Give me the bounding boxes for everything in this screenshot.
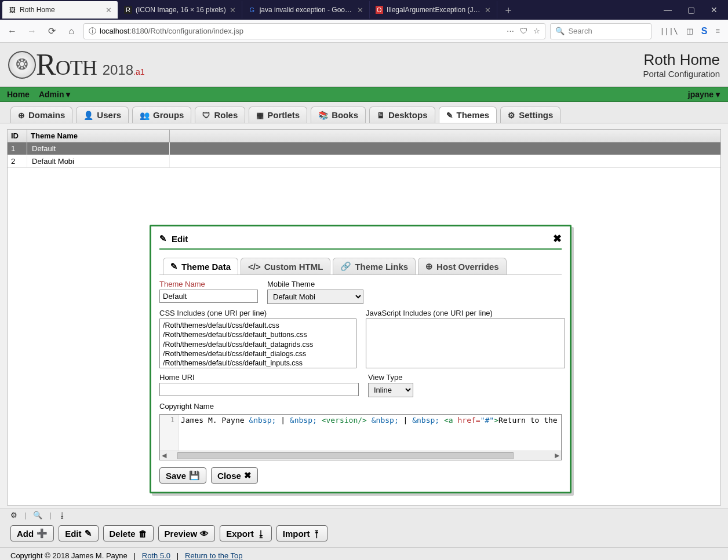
shield-icon: 🛡 (202, 111, 210, 120)
tab-label: Roles (214, 110, 238, 120)
sidebar-icon[interactable]: ◫ (686, 27, 693, 35)
tab-label: Users (97, 110, 121, 120)
close-icon[interactable]: ✕ (485, 6, 491, 14)
home-uri-input[interactable] (159, 383, 359, 396)
search-input[interactable]: 🔍 Search (550, 23, 651, 39)
tab-settings[interactable]: ⚙Settings (500, 107, 560, 123)
close-icon: ✖ (244, 470, 252, 481)
close-icon[interactable]: ✕ (357, 6, 363, 14)
book-icon: 📚 (318, 111, 328, 120)
preview-button[interactable]: Preview👁 (158, 525, 216, 541)
btn-label: Add (17, 529, 34, 539)
browser-tab-1[interactable]: R (ICON Image, 16 × 16 pixels) ✕ (118, 1, 242, 19)
search-icon[interactable]: 🔍 (33, 511, 42, 519)
eye-icon: 👁 (200, 529, 209, 539)
copyright-code-editor[interactable]: 1 James M. Payne &nbsp; | &nbsp; <versio… (159, 414, 562, 460)
code-line[interactable]: James M. Payne &nbsp; | &nbsp; <version/… (179, 415, 560, 451)
dialog-close-button[interactable]: ✖ (553, 232, 562, 245)
code-icon: </> (248, 262, 261, 272)
minimize-button[interactable]: — (656, 0, 679, 20)
info-icon[interactable]: ⓘ (89, 26, 96, 36)
footer-link-top[interactable]: Return to the Top (185, 551, 243, 560)
label-theme-name: Theme Name (159, 280, 258, 288)
tab-domains[interactable]: ⊕Domains (10, 107, 72, 123)
label-js-includes: JavaScript Includes (one URI per line) (366, 309, 565, 317)
table-row[interactable]: 2 Default Mobi (8, 155, 720, 168)
dtab-label: Custom HTML (264, 262, 323, 272)
home-button[interactable]: ⌂ (64, 24, 79, 39)
close-window-button[interactable]: ✕ (702, 0, 726, 20)
forward-button[interactable]: → (24, 24, 39, 39)
more-icon[interactable]: ⋯ (507, 27, 514, 35)
menu-icon[interactable]: ≡ (715, 27, 720, 35)
footer-link-roth[interactable]: Roth 5.0 (142, 551, 170, 560)
url-path: :8180/Roth/configuration/index.jsp (129, 27, 243, 35)
dtab-theme-data[interactable]: ✎Theme Data (163, 258, 238, 274)
menu-admin[interactable]: Admin ▾ (35, 89, 74, 100)
download-icon[interactable]: ⭳ (59, 511, 66, 519)
close-icon[interactable]: ✕ (230, 6, 236, 14)
tab-books[interactable]: 📚Books (311, 107, 366, 123)
scroll-right-icon[interactable]: ▶ (553, 452, 561, 459)
url-bar[interactable]: ⓘ localhost:8180/Roth/configuration/inde… (83, 23, 545, 39)
dtab-theme-links[interactable]: 🔗Theme Links (333, 258, 416, 274)
tab-groups[interactable]: 👥Groups (132, 107, 191, 123)
search-placeholder: Search (568, 27, 592, 35)
close-button[interactable]: Close✖ (211, 467, 258, 484)
mobile-theme-select[interactable]: Default Mobi (267, 290, 363, 304)
back-button[interactable]: ← (5, 24, 20, 39)
menu-user[interactable]: jpayne ▾ (685, 89, 725, 100)
favicon-icon: R (124, 6, 132, 14)
label-copyright: Copyright Name (159, 402, 562, 411)
brand-year: 2018 (103, 62, 133, 78)
logo-medallion-icon: ❂ (8, 51, 36, 79)
add-button[interactable]: Add➕ (10, 525, 54, 541)
link-icon: 🔗 (340, 261, 351, 272)
col-name-header[interactable]: Theme Name (27, 130, 170, 142)
account-icon[interactable]: S (701, 26, 708, 36)
browser-tab-0[interactable]: 🖼 Roth Home ✕ (2, 1, 118, 19)
tab-desktops[interactable]: 🖥Desktops (369, 107, 435, 123)
import-button[interactable]: Import⭱ (276, 525, 328, 541)
dtab-host-overrides[interactable]: ⊕Host Overrides (418, 258, 507, 274)
download-icon: ⭳ (257, 529, 265, 539)
action-bar: Add➕ Edit✎ Delete🗑 Preview👁 Export⭳ Impo… (0, 522, 728, 547)
reload-button[interactable]: ⟳ (44, 24, 59, 39)
cell-id: 1 (8, 142, 27, 155)
cell-name: Default Mobi (27, 155, 170, 167)
new-tab-button[interactable]: ＋ (497, 3, 519, 17)
tab-portlets[interactable]: ▦Portlets (249, 107, 307, 123)
page-subtitle: Portal Configuration (643, 69, 720, 79)
view-type-select[interactable]: Inline (368, 383, 413, 397)
code-scrollbar[interactable]: ◀ ▶ (160, 451, 561, 460)
close-icon[interactable]: ✕ (105, 6, 112, 14)
theme-name-input[interactable] (159, 290, 258, 303)
footer-copyright: Copyright © 2018 James M. Payne (10, 551, 128, 560)
tab-users[interactable]: 👤Users (76, 107, 129, 123)
gear-icon[interactable]: ⚙ (10, 511, 17, 519)
scroll-thumb[interactable] (177, 452, 514, 459)
col-id-header[interactable]: ID (8, 130, 27, 142)
edit-button[interactable]: Edit✎ (59, 525, 98, 541)
tab-roles[interactable]: 🛡Roles (195, 107, 245, 123)
maximize-button[interactable]: ▢ (679, 0, 702, 20)
menu-home[interactable]: Home (3, 89, 33, 100)
delete-button[interactable]: Delete🗑 (103, 525, 154, 541)
save-button[interactable]: Save💾 (159, 467, 206, 484)
brush-icon: ✎ (446, 111, 453, 120)
css-includes-textarea[interactable] (159, 319, 356, 368)
browser-tab-2[interactable]: G java invalid exception - Google ✕ (242, 1, 370, 19)
shield-icon[interactable]: 🛡 (520, 27, 527, 35)
tab-themes[interactable]: ✎Themes (439, 107, 497, 123)
table-row[interactable]: 1 Default (8, 142, 720, 155)
portlet-icon: ▦ (256, 111, 264, 120)
js-includes-textarea[interactable] (366, 319, 565, 368)
dtab-custom-html[interactable]: </>Custom HTML (241, 258, 330, 274)
export-button[interactable]: Export⭳ (220, 525, 272, 541)
star-icon[interactable]: ☆ (533, 27, 540, 35)
dtab-label: Theme Data (181, 262, 231, 272)
scroll-left-icon[interactable]: ◀ (160, 452, 168, 459)
library-icon[interactable]: |||\ (660, 27, 678, 35)
user-icon: 👤 (83, 111, 93, 120)
browser-tab-3[interactable]: O IllegalArgumentException (Jav... ✕ (370, 1, 497, 19)
